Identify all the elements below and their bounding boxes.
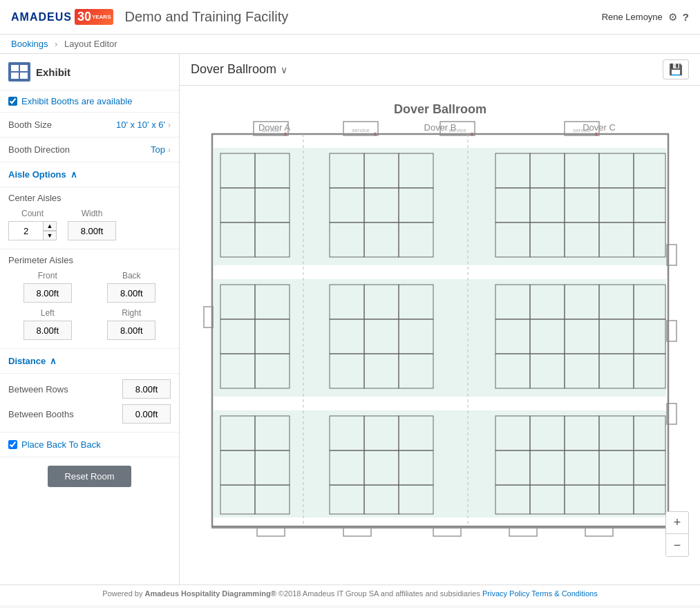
- gear-icon[interactable]: ⚙: [668, 11, 677, 23]
- count-decrement[interactable]: ▼: [43, 231, 57, 240]
- between-booths-row: Between Booths: [8, 404, 171, 424]
- header: AMADEUS 30YEARS Demo and Training Facili…: [0, 0, 700, 35]
- zoom-out-button[interactable]: −: [666, 534, 688, 556]
- booth-direction-row[interactable]: Booth Direction Top ›: [0, 137, 179, 162]
- svg-text:Dover Ballroom: Dover Ballroom: [393, 102, 486, 116]
- distance-section[interactable]: Distance ∧: [0, 349, 179, 374]
- between-booths-input[interactable]: [122, 404, 171, 424]
- width-col: Width: [68, 209, 116, 240]
- right-label: Right: [122, 308, 141, 318]
- left-item: Left: [8, 308, 87, 340]
- front-item: Front: [8, 271, 87, 303]
- booth-size-row[interactable]: Booth Size 10' x 10' x 6' ›: [0, 113, 179, 137]
- back-label: Back: [122, 271, 141, 281]
- svg-text:service: service: [352, 127, 370, 133]
- footer-brand: Amadeus Hospitality Diagramming®: [145, 589, 276, 598]
- exhibit-booths-checkbox[interactable]: [8, 97, 17, 106]
- room-selector-caret: ∨: [281, 64, 287, 75]
- count-input[interactable]: [8, 221, 43, 240]
- canvas-toolbar: Dover Ballroom ∨ 💾: [180, 54, 700, 86]
- right-input[interactable]: [107, 321, 155, 340]
- zoom-controls: + −: [665, 511, 689, 557]
- aisle-options-caret: ∧: [70, 169, 77, 180]
- svg-rect-27: [214, 148, 666, 265]
- room-selector[interactable]: Dover Ballroom ∨: [191, 62, 287, 77]
- svg-rect-29: [214, 410, 666, 517]
- right-item: Right: [93, 308, 171, 340]
- breadcrumb-current: Layout Editor: [64, 39, 117, 49]
- breadcrumb-separator: ›: [55, 39, 57, 49]
- zoom-in-button[interactable]: +: [666, 512, 688, 534]
- breadcrumb: Bookings › Layout Editor: [0, 35, 700, 54]
- sidebar-exhibit-header: Exhibit: [0, 54, 179, 91]
- back-input[interactable]: [107, 283, 155, 303]
- svg-text:service: service: [448, 127, 466, 133]
- perimeter-aisles-label: Perimeter Aisles: [8, 255, 171, 265]
- svg-text:service: service: [262, 127, 280, 133]
- save-icon: 💾: [669, 64, 683, 75]
- header-left: AMADEUS 30YEARS Demo and Training Facili…: [11, 9, 288, 25]
- logo-30-badge: 30YEARS: [75, 9, 114, 25]
- booth-size-chevron: ›: [168, 120, 171, 130]
- between-rows-label: Between Rows: [8, 384, 68, 395]
- floor-plan-svg: Dover Ballroom Dover A Dover B Dover C s…: [191, 93, 689, 562]
- svg-rect-28: [214, 279, 666, 397]
- app-title: Demo and Training Facility: [124, 9, 288, 25]
- perimeter-grid: Front Back Left Right: [8, 271, 171, 340]
- between-rows-row: Between Rows: [8, 379, 171, 399]
- distance-caret: ∧: [50, 356, 57, 366]
- svg-text:service: service: [573, 127, 591, 133]
- logo: AMADEUS 30YEARS: [11, 9, 113, 25]
- header-right: Rene Lemoyne ⚙ ?: [602, 11, 689, 23]
- main-container: Exhibit Exhibit Booths are available Boo…: [0, 54, 700, 585]
- booth-size-label: Booth Size: [8, 120, 52, 130]
- place-back-checkbox[interactable]: [8, 440, 17, 449]
- footer-copyright: ©2018 Amadeus IT Group SA and affiliates…: [278, 589, 480, 598]
- breadcrumb-bookings[interactable]: Bookings: [11, 39, 48, 49]
- left-label: Left: [41, 308, 55, 318]
- exhibit-booths-label: Exhibit Booths are available: [21, 96, 132, 106]
- place-back-row[interactable]: Place Back To Back: [0, 433, 179, 457]
- booth-direction-value: Top ›: [151, 144, 171, 155]
- reset-row: Reset Room: [0, 457, 179, 495]
- between-rows-input[interactable]: [122, 379, 171, 399]
- count-label: Count: [21, 209, 44, 218]
- save-button[interactable]: 💾: [663, 59, 689, 79]
- spinner-buttons: ▲ ▼: [43, 221, 57, 240]
- perimeter-aisles-group: Perimeter Aisles Front Back Left Right: [0, 249, 179, 349]
- aisle-options-label: Aisle Options: [8, 169, 66, 180]
- user-name: Rene Lemoyne: [602, 12, 663, 22]
- count-increment[interactable]: ▲: [43, 221, 57, 231]
- room-name: Dover Ballroom: [191, 62, 276, 77]
- distance-group: Between Rows Between Booths: [0, 374, 179, 433]
- distance-label: Distance: [8, 356, 46, 366]
- front-input[interactable]: [23, 283, 72, 303]
- booth-direction-label: Booth Direction: [8, 144, 70, 155]
- booth-direction-chevron: ›: [168, 145, 171, 155]
- exhibit-icon: [8, 62, 30, 82]
- center-aisles-inputs: Count ▲ ▼ Width: [8, 209, 171, 240]
- count-col: Count ▲ ▼: [8, 209, 57, 240]
- footer: Powered by Amadeus Hospitality Diagrammi…: [0, 585, 700, 605]
- left-input[interactable]: [23, 321, 72, 340]
- footer-privacy-link[interactable]: Privacy Policy: [482, 589, 529, 598]
- footer-powered-by: Powered by: [102, 589, 142, 598]
- center-aisles-label: Center Aisles: [8, 193, 171, 203]
- exhibit-booths-checkbox-row[interactable]: Exhibit Booths are available: [0, 91, 179, 113]
- aisle-options-section[interactable]: Aisle Options ∧: [0, 162, 179, 187]
- exhibit-title: Exhibit: [36, 66, 70, 78]
- between-booths-label: Between Booths: [8, 409, 74, 419]
- width-label: Width: [82, 209, 103, 218]
- front-label: Front: [38, 271, 57, 281]
- footer-terms-link[interactable]: Terms & Conditions: [531, 589, 597, 598]
- count-spinner: ▲ ▼: [8, 221, 57, 240]
- booth-size-value: 10' x 10' x 6' ›: [116, 120, 171, 130]
- floor-plan-container: Dover Ballroom Dover A Dover B Dover C s…: [180, 86, 700, 569]
- place-back-label: Place Back To Back: [21, 439, 101, 450]
- help-icon[interactable]: ?: [683, 11, 689, 23]
- center-aisles-group: Center Aisles Count ▲ ▼ Width: [0, 187, 179, 249]
- reset-button[interactable]: Reset Room: [48, 466, 131, 487]
- logo-amadeus-text: AMADEUS: [11, 11, 72, 23]
- width-input[interactable]: [68, 221, 116, 240]
- back-item: Back: [93, 271, 171, 303]
